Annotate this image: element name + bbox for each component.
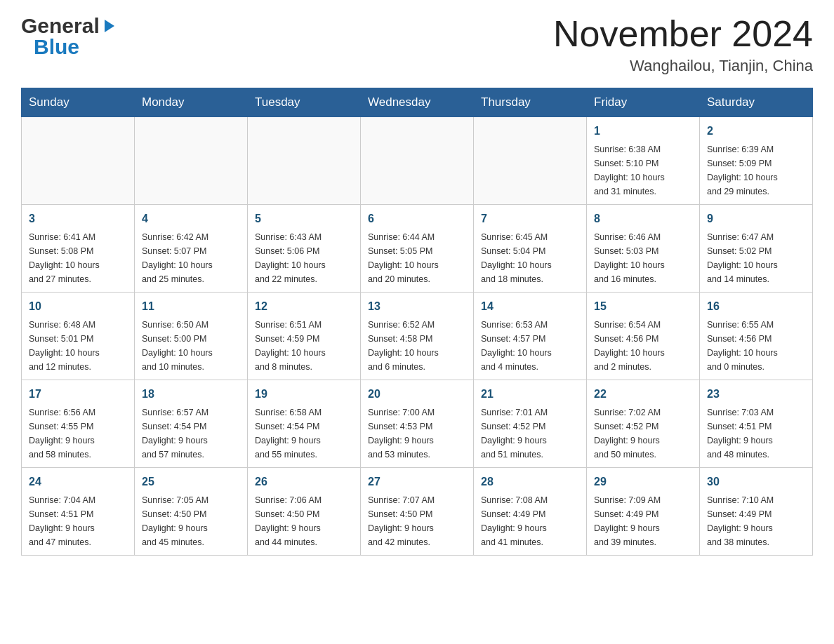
logo: General Blue <box>21 14 117 59</box>
calendar-cell <box>135 117 248 205</box>
day-number: 20 <box>368 386 466 403</box>
day-info: Sunrise: 6:50 AM Sunset: 5:00 PM Dayligh… <box>142 318 240 374</box>
day-number: 24 <box>29 474 127 490</box>
day-number: 17 <box>29 386 127 403</box>
day-number: 28 <box>481 474 579 490</box>
day-number: 13 <box>368 298 466 315</box>
day-info: Sunrise: 7:01 AM Sunset: 4:52 PM Dayligh… <box>481 405 579 462</box>
weekday-header-row: SundayMondayTuesdayWednesdayThursdayFrid… <box>22 88 813 117</box>
day-number: 22 <box>594 386 692 403</box>
day-info: Sunrise: 7:08 AM Sunset: 4:49 PM Dayligh… <box>481 493 579 549</box>
calendar-cell: 23Sunrise: 7:03 AM Sunset: 4:51 PM Dayli… <box>700 380 813 468</box>
calendar-cell: 27Sunrise: 7:07 AM Sunset: 4:50 PM Dayli… <box>361 468 474 556</box>
calendar-cell: 7Sunrise: 6:45 AM Sunset: 5:04 PM Daylig… <box>474 205 587 293</box>
day-info: Sunrise: 6:44 AM Sunset: 5:05 PM Dayligh… <box>368 230 466 286</box>
location-title: Wanghailou, Tianjin, China <box>553 57 813 75</box>
svg-marker-0 <box>105 20 114 32</box>
week-row-3: 10Sunrise: 6:48 AM Sunset: 5:01 PM Dayli… <box>22 293 813 380</box>
calendar-cell: 22Sunrise: 7:02 AM Sunset: 4:52 PM Dayli… <box>587 380 700 468</box>
calendar-cell: 15Sunrise: 6:54 AM Sunset: 4:56 PM Dayli… <box>587 293 700 380</box>
day-number: 23 <box>707 386 805 403</box>
day-number: 29 <box>594 474 692 490</box>
calendar-cell: 24Sunrise: 7:04 AM Sunset: 4:51 PM Dayli… <box>22 468 135 556</box>
logo-general-text: General <box>21 14 100 38</box>
logo-arrow-icon <box>102 18 117 36</box>
day-number: 19 <box>255 386 353 403</box>
week-row-2: 3Sunrise: 6:41 AM Sunset: 5:08 PM Daylig… <box>22 205 813 293</box>
calendar-cell: 14Sunrise: 6:53 AM Sunset: 4:57 PM Dayli… <box>474 293 587 380</box>
calendar-cell: 18Sunrise: 6:57 AM Sunset: 4:54 PM Dayli… <box>135 380 248 468</box>
day-info: Sunrise: 7:02 AM Sunset: 4:52 PM Dayligh… <box>594 405 692 462</box>
day-number: 10 <box>29 298 127 315</box>
calendar-cell: 21Sunrise: 7:01 AM Sunset: 4:52 PM Dayli… <box>474 380 587 468</box>
calendar-cell: 8Sunrise: 6:46 AM Sunset: 5:03 PM Daylig… <box>587 205 700 293</box>
day-info: Sunrise: 6:46 AM Sunset: 5:03 PM Dayligh… <box>594 230 692 286</box>
weekday-header-monday: Monday <box>135 88 248 117</box>
calendar-cell: 12Sunrise: 6:51 AM Sunset: 4:59 PM Dayli… <box>248 293 361 380</box>
weekday-header-friday: Friday <box>587 88 700 117</box>
calendar-cell: 13Sunrise: 6:52 AM Sunset: 4:58 PM Dayli… <box>361 293 474 380</box>
day-info: Sunrise: 6:51 AM Sunset: 4:59 PM Dayligh… <box>255 318 353 374</box>
calendar-cell: 16Sunrise: 6:55 AM Sunset: 4:56 PM Dayli… <box>700 293 813 380</box>
weekday-header-tuesday: Tuesday <box>248 88 361 117</box>
calendar-cell: 11Sunrise: 6:50 AM Sunset: 5:00 PM Dayli… <box>135 293 248 380</box>
title-block: November 2024 Wanghailou, Tianjin, China <box>553 14 813 75</box>
day-number: 27 <box>368 474 466 490</box>
day-info: Sunrise: 6:53 AM Sunset: 4:57 PM Dayligh… <box>481 318 579 374</box>
calendar-cell <box>248 117 361 205</box>
day-number: 1 <box>594 123 692 140</box>
day-number: 15 <box>594 298 692 315</box>
day-number: 21 <box>481 386 579 403</box>
day-number: 16 <box>707 298 805 315</box>
week-row-1: 1Sunrise: 6:38 AM Sunset: 5:10 PM Daylig… <box>22 117 813 205</box>
day-number: 8 <box>594 210 692 227</box>
day-info: Sunrise: 7:09 AM Sunset: 4:49 PM Dayligh… <box>594 493 692 549</box>
calendar-cell: 4Sunrise: 6:42 AM Sunset: 5:07 PM Daylig… <box>135 205 248 293</box>
day-number: 11 <box>142 298 240 315</box>
weekday-header-wednesday: Wednesday <box>361 88 474 117</box>
calendar-cell: 30Sunrise: 7:10 AM Sunset: 4:49 PM Dayli… <box>700 468 813 556</box>
day-info: Sunrise: 7:00 AM Sunset: 4:53 PM Dayligh… <box>368 405 466 462</box>
calendar-table: SundayMondayTuesdayWednesdayThursdayFrid… <box>21 88 813 556</box>
weekday-header-sunday: Sunday <box>22 88 135 117</box>
calendar-cell: 3Sunrise: 6:41 AM Sunset: 5:08 PM Daylig… <box>22 205 135 293</box>
day-info: Sunrise: 6:38 AM Sunset: 5:10 PM Dayligh… <box>594 142 692 199</box>
day-info: Sunrise: 7:04 AM Sunset: 4:51 PM Dayligh… <box>29 493 127 549</box>
day-number: 5 <box>255 210 353 227</box>
day-info: Sunrise: 7:07 AM Sunset: 4:50 PM Dayligh… <box>368 493 466 549</box>
calendar-cell: 10Sunrise: 6:48 AM Sunset: 5:01 PM Dayli… <box>22 293 135 380</box>
day-info: Sunrise: 7:05 AM Sunset: 4:50 PM Dayligh… <box>142 493 240 549</box>
week-row-5: 24Sunrise: 7:04 AM Sunset: 4:51 PM Dayli… <box>22 468 813 556</box>
calendar-cell: 9Sunrise: 6:47 AM Sunset: 5:02 PM Daylig… <box>700 205 813 293</box>
calendar-cell: 5Sunrise: 6:43 AM Sunset: 5:06 PM Daylig… <box>248 205 361 293</box>
day-info: Sunrise: 6:55 AM Sunset: 4:56 PM Dayligh… <box>707 318 805 374</box>
calendar-cell: 26Sunrise: 7:06 AM Sunset: 4:50 PM Dayli… <box>248 468 361 556</box>
calendar-cell: 25Sunrise: 7:05 AM Sunset: 4:50 PM Dayli… <box>135 468 248 556</box>
day-number: 4 <box>142 210 240 227</box>
day-info: Sunrise: 6:58 AM Sunset: 4:54 PM Dayligh… <box>255 405 353 462</box>
calendar-cell: 29Sunrise: 7:09 AM Sunset: 4:49 PM Dayli… <box>587 468 700 556</box>
day-number: 25 <box>142 474 240 490</box>
day-info: Sunrise: 6:56 AM Sunset: 4:55 PM Dayligh… <box>29 405 127 462</box>
day-info: Sunrise: 6:52 AM Sunset: 4:58 PM Dayligh… <box>368 318 466 374</box>
calendar-cell: 1Sunrise: 6:38 AM Sunset: 5:10 PM Daylig… <box>587 117 700 205</box>
day-info: Sunrise: 6:43 AM Sunset: 5:06 PM Dayligh… <box>255 230 353 286</box>
day-number: 3 <box>29 210 127 227</box>
calendar-cell: 2Sunrise: 6:39 AM Sunset: 5:09 PM Daylig… <box>700 117 813 205</box>
day-number: 30 <box>707 474 805 490</box>
weekday-header-thursday: Thursday <box>474 88 587 117</box>
day-info: Sunrise: 6:45 AM Sunset: 5:04 PM Dayligh… <box>481 230 579 286</box>
day-number: 26 <box>255 474 353 490</box>
day-info: Sunrise: 7:06 AM Sunset: 4:50 PM Dayligh… <box>255 493 353 549</box>
calendar-cell: 6Sunrise: 6:44 AM Sunset: 5:05 PM Daylig… <box>361 205 474 293</box>
weekday-header-saturday: Saturday <box>700 88 813 117</box>
logo-blue-text: Blue <box>34 35 79 59</box>
calendar-cell <box>22 117 135 205</box>
day-number: 9 <box>707 210 805 227</box>
day-info: Sunrise: 6:48 AM Sunset: 5:01 PM Dayligh… <box>29 318 127 374</box>
day-info: Sunrise: 6:42 AM Sunset: 5:07 PM Dayligh… <box>142 230 240 286</box>
day-number: 6 <box>368 210 466 227</box>
day-number: 18 <box>142 386 240 403</box>
calendar-cell <box>474 117 587 205</box>
calendar-cell <box>361 117 474 205</box>
